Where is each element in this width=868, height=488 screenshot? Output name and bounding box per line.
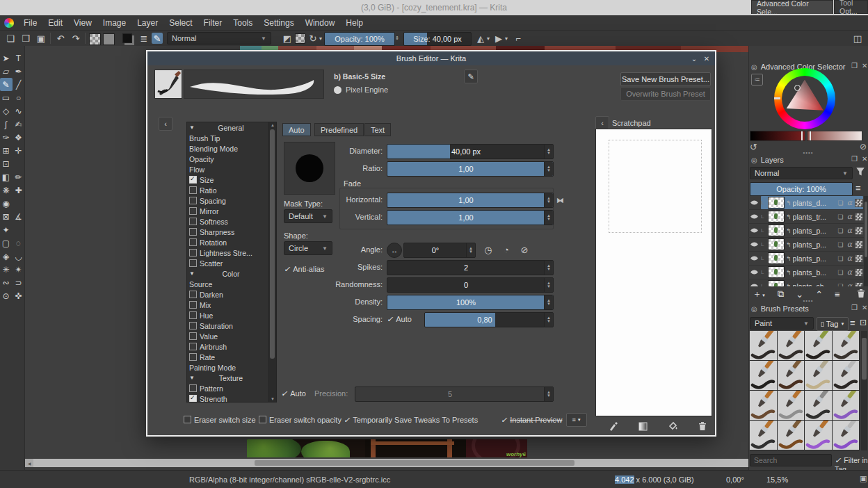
option-saturation[interactable]: Saturation❏ xyxy=(187,320,276,331)
layer-visible-icon[interactable] xyxy=(749,200,760,206)
layer-thumbnail[interactable] xyxy=(768,225,785,236)
tab-text[interactable]: Text xyxy=(364,123,391,136)
checkbox-icon[interactable] xyxy=(189,176,197,184)
checkbox-icon[interactable] xyxy=(189,332,197,340)
option-sharpness[interactable]: Sharpness❏ xyxy=(187,227,276,237)
splitter-handle[interactable]: •••• xyxy=(800,152,817,154)
save-tweaks-checkbox[interactable]: ✓Temporarily Save Tweaks To Presets xyxy=(344,416,478,425)
collapse-options-button[interactable]: ‹ xyxy=(159,117,172,131)
layer-lock-icon[interactable]: ❏ xyxy=(837,241,844,248)
menu-window[interactable]: Window xyxy=(300,16,341,30)
brush-preset-13[interactable] xyxy=(750,421,777,450)
fg-bg-color-swatch[interactable] xyxy=(122,33,132,43)
layer-opacity-slider[interactable]: Opacity: 100% xyxy=(750,182,853,196)
layer-lock-icon[interactable]: ❏ xyxy=(837,227,844,234)
brush-preset-2[interactable] xyxy=(778,331,805,360)
diameter-slider[interactable]: 40,00 px xyxy=(387,144,554,159)
rename-preset-button[interactable]: ✎ xyxy=(464,70,478,83)
layer-name[interactable]: plants_p... xyxy=(793,254,835,263)
brush-preset-8[interactable] xyxy=(833,361,860,390)
menu-edit[interactable]: Edit xyxy=(42,16,68,30)
save-new-preset-button[interactable]: Save New Brush Preset... xyxy=(620,72,711,86)
calligraphy-tool[interactable]: ✒ xyxy=(13,65,25,78)
layers-menu-icon[interactable]: ≡ xyxy=(855,183,861,193)
menu-layer[interactable]: Layer xyxy=(131,16,163,30)
layer-thumbnail[interactable] xyxy=(768,266,785,278)
layer-filter-icon[interactable] xyxy=(855,167,865,179)
layer-row-main[interactable]: L↰plants_tr...❏α xyxy=(761,210,863,223)
scratchpad-fill-gradient-icon[interactable] xyxy=(636,419,650,433)
layer-alpha-lock-icon[interactable]: α xyxy=(846,226,853,235)
magnetic-select-tool[interactable]: ⊃ xyxy=(13,276,25,289)
brush-preset-14[interactable] xyxy=(778,421,805,450)
preset-tag-combo[interactable]: Paint▼ xyxy=(750,317,814,330)
brush-preset-16[interactable] xyxy=(833,421,860,450)
menu-help[interactable]: Help xyxy=(340,16,369,30)
layer-row-main[interactable]: L↰plants_b...❏α xyxy=(761,266,863,279)
menu-file[interactable]: File xyxy=(18,16,42,30)
menu-view[interactable]: View xyxy=(68,16,97,30)
reference-images-tool[interactable]: ✦ xyxy=(0,223,13,236)
tab-advanced-color-selector[interactable]: Advanced Color Sele... xyxy=(751,0,833,14)
option-lightness-stre[interactable]: Lightness Stre...❏ xyxy=(187,247,276,258)
option-blending-mode[interactable]: Blending Mode❏ xyxy=(187,143,276,154)
layer-row-main[interactable]: L↰plants_sh...❏α xyxy=(761,279,863,286)
float-docker-icon[interactable]: ❐ xyxy=(851,155,858,163)
measure-tool[interactable]: ∡ xyxy=(13,210,25,223)
canvas-artwork-bottom[interactable]: worhy6 xyxy=(247,439,527,457)
spikes-spin[interactable] xyxy=(544,261,553,275)
layer-inherit-alpha-icon[interactable] xyxy=(855,268,863,277)
option-softness[interactable]: Softness❏ xyxy=(187,216,276,227)
text-tool[interactable]: T xyxy=(13,51,25,65)
dirty-presets-menu-button[interactable]: ≡▼ xyxy=(566,413,587,427)
layer-row[interactable]: L↰plants_p...❏α xyxy=(748,252,864,266)
option-painting-mode[interactable]: Painting Mode❏ xyxy=(187,362,276,373)
hscroll-thumb[interactable] xyxy=(255,460,574,466)
brush-editor-toggle[interactable]: ✎ xyxy=(152,33,163,44)
checkbox-icon[interactable] xyxy=(189,301,197,309)
pattern-chooser[interactable] xyxy=(103,33,115,45)
precision-slider[interactable]: 5 xyxy=(355,387,554,402)
layer-alpha-lock-icon[interactable]: α xyxy=(846,282,853,286)
layer-thumbnail[interactable] xyxy=(768,211,785,222)
layer-name[interactable]: plants_p... xyxy=(793,227,835,235)
layer-row[interactable]: L↰plants_sh...❏α xyxy=(748,279,864,286)
layer-row-main[interactable]: L↰plants_p...❏α xyxy=(761,252,863,265)
layer-row-main[interactable]: L↰plants_p...❏α xyxy=(761,238,863,251)
line-tool[interactable]: ╱ xyxy=(13,78,25,91)
polygon-tool[interactable]: ◇ xyxy=(0,104,13,117)
float-docker-icon[interactable]: ❐ xyxy=(851,304,858,311)
contiguous-select-tool[interactable]: ✳ xyxy=(0,263,13,276)
brush-option-lines-icon[interactable]: ≣ xyxy=(138,32,150,44)
layer-name[interactable]: plants_p... xyxy=(793,241,835,249)
reset-shades-icon[interactable]: ↺ xyxy=(750,142,757,152)
option-airbrush[interactable]: Airbrush❏ xyxy=(187,341,276,352)
layer-visible-icon[interactable] xyxy=(749,269,760,275)
menu-select[interactable]: Select xyxy=(163,16,198,30)
spin-icon[interactable]: ⇕ xyxy=(394,32,401,44)
scratchpad-canvas[interactable] xyxy=(595,129,712,416)
spacing-slider[interactable]: 0,80 xyxy=(424,312,554,327)
checkbox-icon[interactable] xyxy=(189,238,197,246)
menu-filter[interactable]: Filter xyxy=(198,16,228,30)
checkbox-icon[interactable] xyxy=(189,353,197,361)
angle-pressure-icon[interactable]: ⊘ xyxy=(517,243,531,257)
collapse-scratchpad-button[interactable]: ‹ xyxy=(595,116,609,130)
preset-search-input[interactable] xyxy=(750,454,832,466)
multibrush-tool[interactable]: ❖ xyxy=(13,131,25,144)
option-rate[interactable]: Rate❏ xyxy=(187,352,276,362)
layer-lock-icon[interactable]: ❏ xyxy=(837,213,844,220)
close-docker-icon[interactable]: ✕ xyxy=(862,155,867,163)
polygon-select-tool[interactable]: ◈ xyxy=(0,250,13,263)
option-pattern[interactable]: Pattern❏ xyxy=(187,383,276,393)
checkbox-icon[interactable] xyxy=(189,343,197,350)
enclose-fill-tool[interactable]: ⊠ xyxy=(0,210,13,223)
scroll-left-icon[interactable]: ◀ xyxy=(25,459,33,467)
brush-preset-7[interactable] xyxy=(805,361,832,390)
brush-preset-3[interactable] xyxy=(805,331,832,360)
scratchpad-clear-icon[interactable] xyxy=(696,419,709,433)
layer-lock-icon[interactable]: ❏ xyxy=(837,269,844,276)
layer-visible-icon[interactable] xyxy=(749,241,760,247)
checkbox-icon[interactable] xyxy=(189,207,197,215)
layer-alpha-lock-icon[interactable]: α xyxy=(846,212,853,221)
